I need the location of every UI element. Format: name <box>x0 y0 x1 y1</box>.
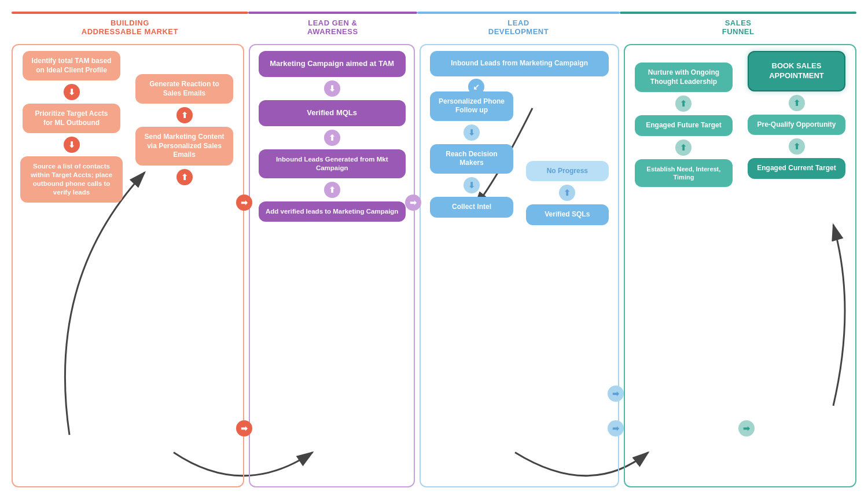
arrow-up-purple-2: ⬆ <box>324 182 340 198</box>
engaged-current-node: Engaged Current Target <box>748 158 845 179</box>
connector-ld-diag: ↙ <box>468 79 484 95</box>
arrow-down-purple-1: ⬇ <box>324 80 340 97</box>
connector-ld-sf-1: ➡ <box>608 420 624 436</box>
arrow-up-blue-1: ⬆ <box>559 185 575 201</box>
arrow-up-teal-2: ⬆ <box>675 140 692 156</box>
send-marketing-node: Send Marketing Content via Personalized … <box>135 127 233 166</box>
personalized-phone-node: Personalized Phone Follow up <box>430 91 513 121</box>
arrow-up-teal-4: ⬆ <box>789 138 805 155</box>
arrow-down-blue-1: ⬇ <box>464 124 480 141</box>
bar-sf <box>620 12 856 14</box>
engaged-future-node: Engaged Future Target <box>635 115 732 136</box>
add-verified-leads-node: Add verified leads to Marketing Campaign <box>259 201 406 222</box>
column-headers: BUILDING ADDRESSABLE MARKET LEAD GEN & A… <box>12 12 856 39</box>
inbound-leads-gen-node: Inbound Leads Generated from Mkt Campaig… <box>259 149 406 178</box>
connector-bam-lga-1: ➡ <box>236 195 252 211</box>
book-sales-node: BOOK SALES APPOINTMENT <box>748 51 845 91</box>
identify-tam-node: Identify total TAM based on Ideal Client… <box>23 51 120 80</box>
col-lga: Marketing Campaign aimed at TAM ⬇ Verifi… <box>249 44 415 487</box>
arrow-up-1: ⬆ <box>176 107 193 123</box>
mktg-campaign-node: Marketing Campaign aimed at TAM <box>259 51 406 77</box>
connector-lga-ld-1: ➡ <box>405 195 421 211</box>
header-bam-label: BUILDING ADDRESSABLE MARKET <box>82 19 178 36</box>
col-ld: Inbound Leads from Marketing Campaign Pe… <box>420 44 619 487</box>
bar-ld <box>417 12 620 14</box>
arrow-up-teal-1: ⬆ <box>675 96 692 112</box>
no-progress-node: No Progress <box>526 161 609 182</box>
connector-ld-sf-2: ➡ <box>608 386 624 402</box>
inbound-leads-mktg-node: Inbound Leads from Marketing Campaign <box>430 51 608 76</box>
generate-reaction-node: Generate Reaction to Sales Emails <box>135 74 233 104</box>
col-bam: Identify total TAM based on Ideal Client… <box>12 44 244 487</box>
establish-need-node: Establish Need, Interest, Timing <box>635 159 732 188</box>
header-bam: BUILDING ADDRESSABLE MARKET <box>12 12 248 39</box>
arrow-down-1: ⬇ <box>64 84 80 100</box>
bar-lga <box>248 12 417 14</box>
header-ld: LEAD DEVELOPMENT <box>417 12 620 39</box>
pre-qualify-node: Pre-Qualify Opportunity <box>748 115 845 135</box>
arrow-down-2: ⬇ <box>64 137 80 153</box>
connector-sf-1: ➡ <box>738 420 755 436</box>
diagram: BUILDING ADDRESSABLE MARKET LEAD GEN & A… <box>0 0 868 499</box>
connector-bam-lga-2: ➡ <box>236 420 252 436</box>
header-sf-label: SALES FUNNEL <box>722 19 755 36</box>
arrow-up-2: ⬆ <box>176 169 193 185</box>
verified-sqls-node: Verified SQLs <box>526 204 609 225</box>
main-content: Identify total TAM based on Ideal Client… <box>12 44 856 487</box>
nurture-thought-node: Nurture with Ongoing Thought Leadership <box>635 63 732 92</box>
arrow-down-blue-2: ⬇ <box>464 177 480 193</box>
header-lga-label: LEAD GEN & AWARENESS <box>307 19 358 36</box>
arrow-up-purple-1: ⬆ <box>324 130 340 146</box>
header-ld-label: LEAD DEVELOPMENT <box>488 19 549 36</box>
header-sf: SALES FUNNEL <box>620 12 856 39</box>
prioritize-target-node: Prioritize Target Accts for ML Outbound <box>23 104 120 133</box>
reach-decision-node: Reach Decision Makers <box>430 144 513 174</box>
bar-bam <box>12 12 248 14</box>
verified-mqls-node: Verified MQLs <box>259 100 406 126</box>
collect-intel-node: Collect Intel <box>430 197 513 218</box>
arrow-up-teal-3: ⬆ <box>789 95 805 111</box>
header-lga: LEAD GEN & AWARENESS <box>248 12 417 39</box>
source-contacts-node: Source a list of contacts within Target … <box>20 156 123 203</box>
